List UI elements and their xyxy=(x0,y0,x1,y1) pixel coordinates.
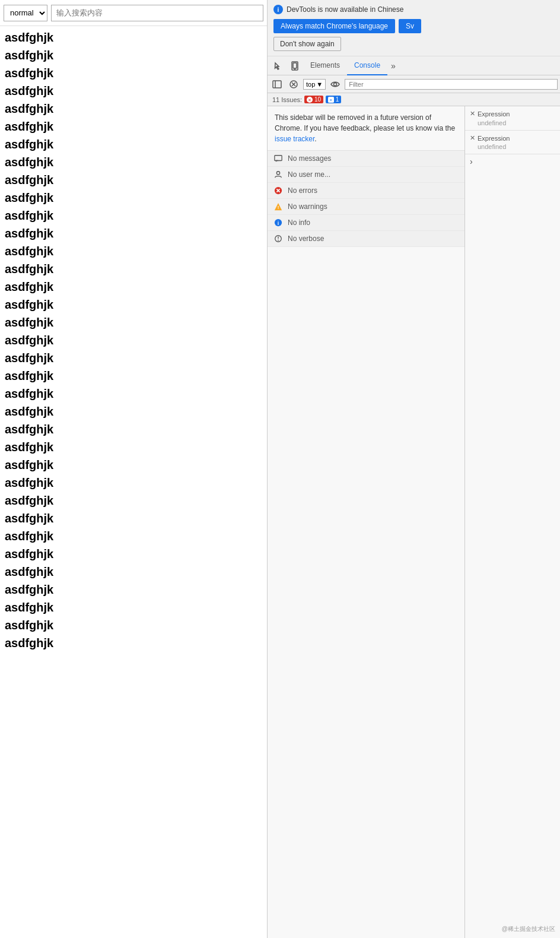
expression-close-button[interactable]: ✕ xyxy=(470,110,475,118)
language-button[interactable]: Always match Chrome's language xyxy=(273,19,395,33)
user-icon xyxy=(273,170,283,179)
watermark: @稀土掘金技术社区 xyxy=(502,925,555,933)
svg-text:✕: ✕ xyxy=(308,98,311,102)
filter-label: No verbose xyxy=(288,235,324,243)
messages-icon xyxy=(273,154,283,163)
list-item: asdfghjk xyxy=(5,100,262,118)
list-item: asdfghjk xyxy=(5,616,262,634)
filter-label: No errors xyxy=(288,186,317,195)
list-item: asdfghjk xyxy=(5,385,262,403)
svg-point-2 xyxy=(295,69,295,69)
list-item: asdfghjk xyxy=(5,456,262,474)
error-icon xyxy=(273,186,283,195)
svg-point-8 xyxy=(334,83,337,85)
list-item: asdfghjk xyxy=(5,64,262,82)
font-style-select[interactable]: normalbolditalic xyxy=(4,5,47,21)
expression-item: ✕ Expression undefined xyxy=(465,131,560,154)
list-item: asdfghjk xyxy=(5,260,262,278)
list-item: asdfghjk xyxy=(5,581,262,598)
svg-text:≡: ≡ xyxy=(330,98,332,102)
inspect-icon[interactable] xyxy=(270,58,287,74)
list-item: asdfghjk xyxy=(5,135,262,153)
list-item: asdfghjk xyxy=(5,420,262,438)
device-icon[interactable] xyxy=(287,58,303,74)
notification-bar: i DevTools is now available in Chinese A… xyxy=(268,0,560,56)
svg-rect-3 xyxy=(273,81,281,88)
list-item: asdfghjk xyxy=(5,82,262,100)
list-item: asdfghjk xyxy=(5,545,262,563)
notification-buttons: Always match Chrome's language Sv xyxy=(273,19,554,33)
expressions-panel: ✕ Expression undefined ✕ Expression unde… xyxy=(465,106,560,938)
svg-text:i: i xyxy=(278,220,279,226)
filter-label: No warnings xyxy=(288,202,327,211)
list-item: asdfghjk xyxy=(5,331,262,349)
tab-console[interactable]: Console xyxy=(347,56,387,75)
filter-item[interactable]: No errors xyxy=(268,183,464,199)
list-item: asdfghjk xyxy=(5,242,262,260)
list-item: asdfghjk xyxy=(5,527,262,545)
chevron-down-icon: ▼ xyxy=(316,81,323,88)
filter-list: No messages No user me... No errors ! No… xyxy=(268,151,464,247)
filter-item[interactable]: No verbose xyxy=(268,231,464,247)
list-item: asdfghjk xyxy=(5,118,262,135)
expression-name: Expression xyxy=(478,110,510,119)
console-toolbar: top ▼ xyxy=(268,75,560,93)
sidebar-toggle-button[interactable] xyxy=(270,77,284,91)
info-icon: i xyxy=(273,218,283,227)
filter-input[interactable] xyxy=(345,79,558,90)
filter-item[interactable]: ! No warnings xyxy=(268,199,464,215)
content-list: asdfghjkasdfghjkasdfghjkasdfghjkasdfghjk… xyxy=(0,26,267,654)
list-item: asdfghjk xyxy=(5,153,262,171)
search-input[interactable] xyxy=(51,5,263,21)
context-selector[interactable]: top ▼ xyxy=(303,79,326,90)
filter-label: No info xyxy=(288,218,310,227)
list-item: asdfghjk xyxy=(5,207,262,224)
tab-elements[interactable]: Elements xyxy=(303,56,347,75)
expression-close-button[interactable]: ✕ xyxy=(470,134,475,142)
list-item: asdfghjk xyxy=(5,367,262,385)
issues-label: 11 Issues: xyxy=(272,96,302,103)
expression-expand-button[interactable]: › xyxy=(465,154,560,169)
warning-icon: ! xyxy=(273,202,283,211)
list-item: asdfghjk xyxy=(5,563,262,581)
svg-rect-13 xyxy=(275,156,282,161)
eye-icon-button[interactable] xyxy=(328,77,342,91)
info-count-badge: ≡ 1 xyxy=(326,96,341,103)
notification-title: i DevTools is now available in Chinese xyxy=(273,5,554,14)
svg-text:!: ! xyxy=(278,205,279,211)
issue-tracker-link[interactable]: issue tracker xyxy=(275,135,314,143)
toolbar: normalbolditalic xyxy=(0,0,267,26)
list-item: asdfghjk xyxy=(5,224,262,242)
list-item: asdfghjk xyxy=(5,171,262,189)
list-item: asdfghjk xyxy=(5,296,262,313)
expression-name: Expression xyxy=(478,134,510,143)
filter-label: No messages xyxy=(288,154,331,163)
list-item: asdfghjk xyxy=(5,278,262,296)
verbose-icon xyxy=(273,234,283,243)
filter-item[interactable]: No messages xyxy=(268,151,464,167)
list-item: asdfghjk xyxy=(5,28,262,46)
filter-item[interactable]: i No info xyxy=(268,215,464,231)
left-panel: normalbolditalic asdfghjkasdfghjkasdfghj… xyxy=(0,0,267,938)
list-item: asdfghjk xyxy=(5,313,262,331)
dont-show-button[interactable]: Don't show again xyxy=(273,37,341,51)
svg-rect-1 xyxy=(293,63,297,68)
list-item: asdfghjk xyxy=(5,349,262,367)
clear-console-button[interactable] xyxy=(287,77,301,91)
list-item: asdfghjk xyxy=(5,598,262,616)
console-main: This sidebar will be removed in a future… xyxy=(268,106,560,938)
notification-text: DevTools is now available in Chinese xyxy=(287,5,403,14)
tabs-more-button[interactable]: » xyxy=(389,61,398,71)
filter-item[interactable]: No user me... xyxy=(268,167,464,183)
list-item: asdfghjk xyxy=(5,403,262,420)
list-item: asdfghjk xyxy=(5,634,262,652)
devtools-tabs: Elements Console » xyxy=(268,56,560,75)
devtools-panel: i DevTools is now available in Chinese A… xyxy=(267,0,560,938)
sv-button[interactable]: Sv xyxy=(399,19,421,33)
filter-label: No user me... xyxy=(288,170,330,179)
expression-value: undefined xyxy=(478,143,510,150)
list-item: asdfghjk xyxy=(5,509,262,527)
expression-item: ✕ Expression undefined xyxy=(465,106,560,130)
issues-bar[interactable]: 11 Issues: ✕ 10 ≡ 1 xyxy=(268,93,560,106)
info-icon: i xyxy=(273,5,283,14)
